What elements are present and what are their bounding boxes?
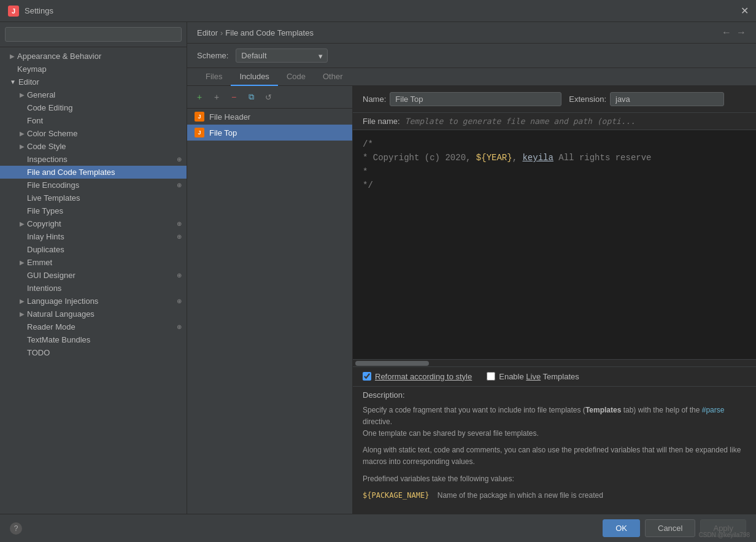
titlebar: J Settings ✕	[0, 0, 756, 22]
settings-window: J Settings ✕ ▶ Appearance & Behavior ▶ K…	[0, 0, 756, 542]
sidebar-item-label: Keymap	[17, 64, 47, 74]
scrollbar-area	[353, 359, 756, 366]
description-panel: Description: Specify a code fragment tha…	[353, 386, 756, 514]
sidebar-item-appearance[interactable]: ▶ Appearance & Behavior	[0, 50, 187, 63]
tabs-bar: Files Includes Code Other	[187, 68, 756, 86]
sidebar-item-textmate-bundles[interactable]: ▶ TextMate Bundles	[0, 333, 187, 346]
back-arrow[interactable]: ←	[722, 27, 731, 38]
sidebar-item-gui-designer[interactable]: ▶ GUI Designer ⊕	[0, 269, 187, 282]
code-line-2: * Copyright (c) 2020, ${YEAR}, keyila Al…	[363, 151, 746, 165]
live-templates-label: Enable Live Templates	[499, 372, 579, 381]
remove-button[interactable]: −	[226, 90, 241, 104]
sidebar-item-label: Editor	[18, 77, 39, 87]
svg-text:J: J	[12, 7, 15, 15]
template-java-icon: J	[195, 128, 204, 137]
tab-other[interactable]: Other	[314, 68, 352, 86]
cancel-button[interactable]: Cancel	[645, 519, 695, 537]
sidebar-item-file-and-code-templates[interactable]: ▶ File and Code Templates	[0, 166, 187, 179]
reset-icon: ↺	[265, 93, 272, 102]
sidebar-item-keymap[interactable]: ▶ Keymap	[0, 63, 187, 75]
bottom-bar: ? OK Cancel Apply	[0, 514, 756, 542]
extension-input[interactable]	[610, 92, 724, 106]
desc-para-1: Specify a code fragment that you want to…	[363, 405, 746, 440]
badge-icon: ⊕	[177, 298, 182, 304]
desc-para-3: Predefined variables take the following …	[363, 473, 746, 485]
sidebar-item-label: Color Scheme	[27, 129, 77, 138]
expand-arrow: ▼	[10, 79, 16, 85]
scheme-select-wrapper: Default Project	[236, 48, 328, 63]
sidebar-item-todo[interactable]: ▶ TODO	[0, 346, 187, 359]
reformat-checkbox-group[interactable]: Reformat according to style	[363, 372, 472, 381]
right-panel: Editor › File and Code Templates ← → Sch…	[187, 22, 756, 514]
sidebar-item-copyright[interactable]: ▶ Copyright ⊕	[0, 217, 187, 230]
watermark: CSDN @keyila798	[698, 532, 750, 538]
sidebar-item-file-encodings[interactable]: ▶ File Encodings ⊕	[0, 179, 187, 192]
copy-button[interactable]: ⧉	[244, 90, 258, 104]
sidebar-item-language-injections[interactable]: ▶ Language Injections ⊕	[0, 295, 187, 308]
bottom-left: ?	[10, 522, 598, 535]
sidebar-item-inspections[interactable]: ▶ Inspections ⊕	[0, 153, 187, 166]
tab-code[interactable]: Code	[278, 68, 314, 86]
sidebar-item-intentions[interactable]: ▶ Intentions	[0, 282, 187, 295]
sidebar-item-label: File and Code Templates	[27, 168, 115, 177]
sidebar-item-natural-languages[interactable]: ▶ Natural Languages	[0, 308, 187, 320]
name-label: Name:	[363, 95, 386, 104]
reset-button[interactable]: ↺	[261, 90, 276, 104]
live-templates-checkbox-group[interactable]: Enable Live Templates	[487, 372, 579, 381]
ok-button[interactable]: OK	[603, 519, 640, 537]
template-item-file-header[interactable]: J File Header	[187, 109, 352, 125]
add-button[interactable]: +	[192, 90, 207, 104]
sidebar-item-general[interactable]: ▶ General	[0, 88, 187, 101]
breadcrumb-bar: Editor › File and Code Templates ← →	[187, 22, 756, 44]
template-area: + + − ⧉ ↺	[187, 86, 756, 514]
sidebar-item-file-types[interactable]: ▶ File Types	[0, 204, 187, 217]
sidebar-item-reader-mode[interactable]: ▶ Reader Mode ⊕	[0, 320, 187, 333]
filename-input[interactable]	[405, 117, 746, 126]
extension-label: Extension:	[569, 95, 606, 104]
tab-includes[interactable]: Includes	[231, 68, 277, 86]
name-input[interactable]	[390, 92, 561, 106]
sidebar-item-label: File Encodings	[27, 180, 79, 190]
sidebar-item-duplicates[interactable]: ▶ Duplicates	[0, 243, 187, 256]
live-templates-checkbox[interactable]	[487, 372, 495, 381]
scheme-select[interactable]: Default Project	[236, 48, 328, 63]
desc-para-4: ${PACKAGE_NAME} Name of the package in w…	[363, 490, 746, 501]
sidebar-item-label: Live Templates	[27, 193, 80, 203]
sidebar-item-color-scheme[interactable]: ▶ Color Scheme	[0, 127, 187, 140]
sidebar-item-label: Code Editing	[27, 103, 72, 112]
sidebar-item-code-style[interactable]: ▶ Code Style	[0, 140, 187, 153]
expand-arrow: ▶	[20, 91, 25, 98]
sidebar-item-editor[interactable]: ▼ Editor	[0, 75, 187, 88]
badge-icon: ⊕	[177, 182, 182, 188]
reformat-checkbox[interactable]	[363, 372, 371, 381]
template-item-label: File Header	[209, 112, 250, 122]
extension-field-group: Extension:	[569, 92, 724, 106]
copy-icon: ⧉	[249, 92, 254, 102]
sidebar-item-font[interactable]: ▶ Font	[0, 114, 187, 127]
tab-files[interactable]: Files	[197, 68, 231, 86]
breadcrumb-parent: Editor	[197, 28, 218, 37]
add2-button[interactable]: +	[209, 90, 224, 104]
sidebar-item-live-templates[interactable]: ▶ Live Templates	[0, 192, 187, 204]
sidebar-item-label: Intentions	[27, 284, 61, 293]
badge-icon: ⊕	[177, 272, 182, 279]
search-bar	[0, 22, 187, 47]
sidebar-item-label: Emmet	[27, 258, 52, 267]
sidebar-item-label: Copyright	[27, 219, 61, 228]
badge-icon: ⊕	[177, 156, 182, 163]
search-input[interactable]	[5, 27, 182, 42]
app-icon: J	[7, 5, 20, 17]
description-title: Description:	[353, 387, 756, 402]
sidebar-item-inlay-hints[interactable]: ▶ Inlay Hints ⊕	[0, 230, 187, 243]
code-line-4: */	[363, 179, 746, 192]
help-button[interactable]: ?	[10, 522, 22, 535]
template-item-file-top[interactable]: J File Top	[187, 125, 352, 141]
sidebar-item-code-editing[interactable]: ▶ Code Editing	[0, 101, 187, 114]
forward-arrow[interactable]: →	[736, 27, 746, 38]
template-list: J File Header J File Top	[187, 109, 352, 514]
sidebar-item-label: TODO	[27, 348, 50, 357]
code-editor[interactable]: /* * Copyright (c) 2020, ${YEAR}, keyila…	[353, 130, 756, 359]
filename-label: File name:	[363, 117, 400, 126]
sidebar-item-emmet[interactable]: ▶ Emmet	[0, 256, 187, 269]
close-button[interactable]: ✕	[741, 5, 749, 17]
